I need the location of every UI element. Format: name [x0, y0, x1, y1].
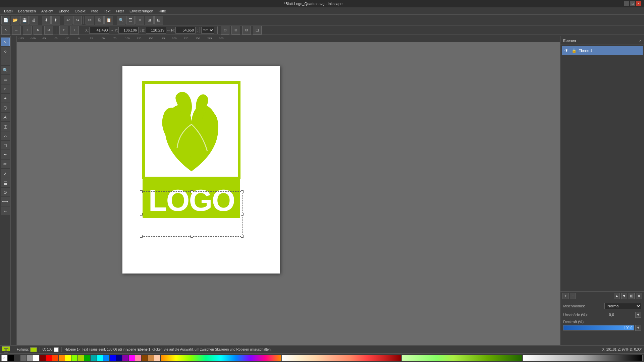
rotate-cw-button[interactable]: ↻: [34, 26, 42, 35]
coverage-add-button[interactable]: +: [635, 325, 641, 331]
color-teal[interactable]: [91, 355, 97, 361]
color-magenta[interactable]: [129, 355, 135, 361]
layer-del-button[interactable]: ✕: [636, 293, 642, 299]
gradient-palette-gray[interactable]: [523, 355, 643, 361]
color-gray[interactable]: [20, 355, 26, 361]
circle-tool[interactable]: ○: [1, 84, 10, 93]
color-navy[interactable]: [116, 355, 122, 361]
color-black[interactable]: [8, 355, 14, 361]
color-pink[interactable]: [135, 355, 141, 361]
h-input[interactable]: [175, 27, 196, 34]
calligraphy-tool[interactable]: ξ: [1, 169, 10, 178]
undo-button[interactable]: ↩: [64, 16, 72, 24]
rectangle-tool[interactable]: ▭: [1, 75, 10, 84]
gradient-palette-green[interactable]: [402, 355, 522, 361]
color-darkgray[interactable]: [14, 355, 20, 361]
handle-bm[interactable]: [191, 235, 193, 238]
color-tan[interactable]: [148, 355, 154, 361]
close-button[interactable]: ✕: [636, 1, 641, 6]
color-yellow-green[interactable]: [71, 355, 77, 361]
measure-tool[interactable]: ↔: [1, 206, 10, 215]
menu-datei[interactable]: Datei: [1, 8, 15, 14]
distribute-button[interactable]: ≡: [136, 16, 144, 24]
xml-button[interactable]: ⊟: [154, 16, 163, 24]
menu-ebene[interactable]: Ebene: [56, 8, 72, 14]
import-button[interactable]: ⬇: [42, 16, 51, 24]
new-button[interactable]: 📄: [1, 16, 10, 24]
y-input[interactable]: [118, 27, 139, 34]
paste-button[interactable]: 📋: [104, 16, 113, 24]
layer-down-button[interactable]: ▼: [621, 293, 627, 299]
layer-dup-button[interactable]: ⊞: [629, 293, 635, 299]
cut-button[interactable]: ✂: [86, 16, 94, 24]
tweak-tool[interactable]: ~: [1, 56, 10, 65]
menu-ansicht[interactable]: Ansicht: [39, 8, 56, 14]
eraser-tool[interactable]: ◻: [1, 141, 10, 149]
color-lightgray[interactable]: [27, 355, 33, 361]
no-color-swatch[interactable]: ✕: [1, 355, 7, 361]
layer-up-button[interactable]: ▲: [614, 293, 620, 299]
open-button[interactable]: 📂: [11, 16, 19, 24]
menu-text[interactable]: Text: [101, 8, 113, 14]
remove-layer-button[interactable]: −: [570, 293, 576, 299]
transform-button[interactable]: ⊞: [145, 16, 154, 24]
color-cyan[interactable]: [97, 355, 103, 361]
3dbox-tool[interactable]: ⬡: [1, 103, 10, 112]
menu-filter[interactable]: Filter: [113, 8, 126, 14]
select-all-button[interactable]: ↖: [1, 26, 10, 35]
redo-button[interactable]: ↪: [73, 16, 82, 24]
layer-row-1[interactable]: 👁 🔒 Ebene 1: [562, 46, 643, 55]
coverage-bar[interactable]: 100,0: [563, 325, 634, 330]
flip-h-button[interactable]: ↔: [12, 26, 21, 35]
text-tool[interactable]: A: [1, 113, 10, 121]
select-tool[interactable]: ↖: [1, 38, 10, 46]
x-input[interactable]: [89, 27, 109, 34]
stroke-indicator[interactable]: ✕: [4, 348, 8, 353]
align-button[interactable]: ☰: [126, 16, 135, 24]
save-button[interactable]: 💾: [20, 16, 29, 24]
menu-hilfe[interactable]: Hilfe: [156, 8, 169, 14]
color-blue[interactable]: [110, 355, 116, 361]
pencil-tool[interactable]: ✏: [1, 160, 10, 168]
menu-erweiterungen[interactable]: Erweiterungen: [127, 8, 156, 14]
color-orange-dark[interactable]: [52, 355, 58, 361]
color-brown[interactable]: [142, 355, 148, 361]
zoom-in-button[interactable]: 🔍: [117, 16, 125, 24]
layer-lock-icon[interactable]: 🔒: [571, 48, 577, 53]
color-peach[interactable]: [154, 355, 160, 361]
zoom-tool[interactable]: 🔍: [1, 66, 10, 74]
menu-pfad[interactable]: Pfad: [88, 8, 101, 14]
copy-button[interactable]: ⎘: [95, 16, 104, 24]
handle-tr[interactable]: [241, 190, 244, 193]
unit-select[interactable]: mmpxcm: [201, 27, 214, 34]
panel-close-button[interactable]: ×: [639, 39, 641, 43]
flip-v-button[interactable]: ↕: [23, 26, 32, 35]
color-white[interactable]: [33, 355, 39, 361]
rotate-ccw-button[interactable]: ↺: [44, 26, 53, 35]
color-yellow[interactable]: [65, 355, 71, 361]
pen-tool[interactable]: ✒: [1, 150, 10, 159]
color-orange[interactable]: [59, 355, 65, 361]
align-top-button[interactable]: ⊤: [59, 26, 68, 35]
align-center-button[interactable]: ⊥: [70, 26, 79, 35]
node-tool[interactable]: ⋄: [1, 47, 10, 56]
color-red-dark[interactable]: [40, 355, 46, 361]
gradient-palette[interactable]: [161, 355, 281, 361]
gradient-palette-warm[interactable]: [281, 355, 402, 361]
bucket-tool[interactable]: ⬓: [1, 178, 10, 187]
spray-tool[interactable]: ∴: [1, 131, 10, 140]
color-purple[interactable]: [122, 355, 128, 361]
menu-objekt[interactable]: Objekt: [72, 8, 88, 14]
eyedropper-tool[interactable]: ⊙: [1, 188, 10, 196]
menu-bearbeiten[interactable]: Bearbeiten: [15, 8, 39, 14]
handle-br[interactable]: [241, 235, 244, 238]
color-green[interactable]: [84, 355, 90, 361]
w-input[interactable]: [146, 27, 166, 34]
add-layer-button[interactable]: +: [562, 293, 569, 299]
canvas-container[interactable]: LOGO: [17, 42, 560, 345]
snap3-button[interactable]: ⊟: [242, 26, 251, 35]
star-tool[interactable]: ✦: [1, 94, 10, 103]
color-lime[interactable]: [78, 355, 84, 361]
snap2-button[interactable]: ⊞: [231, 26, 240, 35]
canvas-area[interactable]: -125 -100 -75 -50 -25 0 25 50 75 100 125…: [11, 36, 560, 345]
